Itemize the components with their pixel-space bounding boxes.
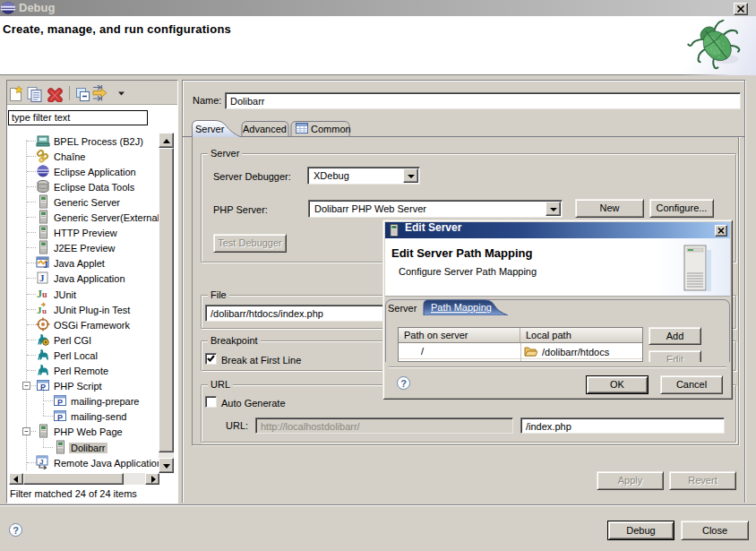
svg-text:P: P xyxy=(57,398,63,407)
svg-text:Server: Server xyxy=(195,124,225,134)
svg-text:J: J xyxy=(39,272,45,283)
svg-text:Path Mapping: Path Mapping xyxy=(431,302,492,313)
svg-text:J: J xyxy=(39,457,43,465)
svg-text:u: u xyxy=(42,306,47,315)
svg-text:Advanced: Advanced xyxy=(243,124,287,134)
svg-text:Common: Common xyxy=(311,124,351,134)
svg-text:J: J xyxy=(44,260,48,270)
svg-text:P: P xyxy=(57,413,63,422)
svg-text:u: u xyxy=(42,289,47,299)
